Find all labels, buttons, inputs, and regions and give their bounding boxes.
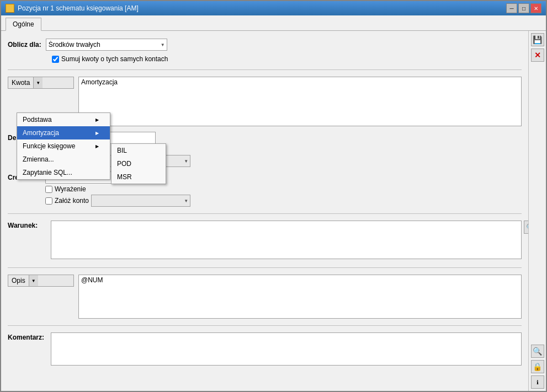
opis-section: Opis ▼ @NUM — [8, 275, 522, 319]
menu-item-amortyzacja[interactable]: Amortyzacja ▶ — [17, 126, 110, 139]
info-icon: ℹ — [537, 379, 539, 385]
dropdown-overlay: Podstawa ▶ Amortyzacja ▶ Funkcje księgow… — [17, 112, 110, 180]
submenu-item-pod[interactable]: POD — [111, 157, 166, 170]
cancel-button[interactable]: ✕ — [531, 49, 544, 62]
credit-wyrazenie-label: Wyrażenie — [55, 185, 86, 193]
title-bar: Pozycja nr 1 schematu księgowania [AM] ─… — [1, 1, 546, 15]
title-buttons: ─ □ ✕ — [506, 3, 541, 13]
oblicz-dla-select[interactable]: Środków trwałych Środków obrotowych — [46, 39, 167, 51]
divider-3 — [8, 267, 522, 268]
opis-dropdown-btn[interactable]: Opis ▼ — [8, 275, 74, 287]
window-icon — [6, 4, 14, 13]
kwota-btn-label: Kwota — [8, 79, 33, 87]
warunek-wrapper: 🔍 — [51, 221, 522, 261]
menu-item-zmienna[interactable]: Zmienna... — [17, 153, 110, 166]
komentarz-textarea[interactable] — [51, 332, 522, 366]
tab-ogolne[interactable]: Ogólne — [6, 18, 41, 31]
opis-btn-arrow: ▼ — [29, 275, 38, 286]
right-toolbar: 💾 ✕ 🔍 🔒 ℹ — [528, 31, 546, 391]
search-button[interactable]: 🔍 — [531, 345, 544, 358]
credit-zaloz-row: Załóż konto — [8, 195, 522, 207]
minimize-button[interactable]: ─ — [506, 3, 517, 13]
menu-item-podstawa[interactable]: Podstawa ▶ — [17, 113, 110, 126]
warunek-label: Warunek: — [8, 221, 46, 229]
credit-account-select[interactable] — [91, 195, 190, 207]
save-icon: 💾 — [533, 35, 542, 44]
dropdown-menu: Podstawa ▶ Amortyzacja ▶ Funkcje księgow… — [17, 112, 110, 180]
checkbox-row: Sumuj kwoty o tych samych kontach — [8, 55, 522, 63]
lock-icon: 🔒 — [533, 362, 542, 371]
cancel-icon: ✕ — [534, 51, 541, 60]
divider-2 — [8, 213, 522, 214]
kwota-btn-arrow: ▼ — [33, 77, 43, 88]
sumuj-checkbox[interactable] — [52, 56, 59, 63]
sumuj-label: Sumuj kwoty o tych samych kontach — [61, 55, 168, 63]
main-window: Pozycja nr 1 schematu księgowania [AM] ─… — [0, 0, 547, 392]
arrow-icon-0: ▶ — [95, 117, 99, 122]
arrow-icon-2: ▶ — [95, 144, 99, 149]
menu-item-zapytanie[interactable]: Zapytanie SQL... — [17, 166, 110, 179]
window-title: Pozycja nr 1 schematu księgowania [AM] — [18, 4, 139, 12]
komentarz-section: Komentarz: — [8, 332, 522, 366]
oblicz-dla-wrapper: Środków trwałych Środków obrotowych — [46, 39, 167, 51]
warunek-textarea[interactable] — [51, 221, 522, 259]
info-button[interactable]: ℹ — [531, 375, 544, 389]
warunek-section: Warunek: 🔍 — [8, 221, 522, 261]
oblicz-dla-label: Oblicz dla: — [8, 41, 41, 49]
credit-zaloz-label: Załóż konto — [55, 197, 89, 205]
close-button[interactable]: ✕ — [530, 3, 541, 13]
maximize-button[interactable]: □ — [518, 3, 529, 13]
opis-btn-label: Opis — [8, 277, 29, 284]
divider-4 — [8, 325, 522, 326]
credit-account-wrapper — [91, 195, 190, 207]
search-icon: 🔍 — [526, 223, 529, 232]
kwota-textarea[interactable]: Amortyzacja — [78, 77, 522, 126]
title-bar-left: Pozycja nr 1 schematu księgowania [AM] — [6, 4, 139, 13]
submenu-item-bil[interactable]: BIL — [111, 144, 166, 157]
opis-textarea[interactable]: @NUM — [78, 275, 522, 319]
submenu-item-msr[interactable]: MSR — [111, 170, 166, 184]
kwota-dropdown-btn[interactable]: Kwota ▼ — [8, 77, 74, 89]
search-icon-toolbar: 🔍 — [533, 347, 542, 356]
komentarz-label: Komentarz: — [8, 332, 46, 341]
credit-zaloz-checkbox[interactable] — [45, 197, 52, 205]
oblicz-dla-row: Oblicz dla: Środków trwałych Środków obr… — [8, 39, 522, 51]
tab-bar: Ogólne — [1, 15, 546, 31]
form-area: Oblicz dla: Środków trwałych Środków obr… — [1, 31, 528, 391]
lock-button[interactable]: 🔒 — [531, 360, 544, 373]
arrow-icon-1: ▶ — [95, 131, 99, 136]
menu-item-funkcje[interactable]: Funkcje księgowe ▶ — [17, 139, 110, 153]
credit-wyrazenie-row: Wyrażenie — [8, 185, 522, 193]
main-content: Oblicz dla: Środków trwałych Środków obr… — [1, 31, 546, 391]
credit-wyrazenie-checkbox[interactable] — [45, 186, 52, 193]
warunek-search-btn[interactable]: 🔍 — [524, 221, 528, 234]
save-button[interactable]: 💾 — [531, 33, 544, 46]
submenu: BIL POD MSR — [111, 143, 166, 184]
divider-1 — [8, 69, 522, 70]
